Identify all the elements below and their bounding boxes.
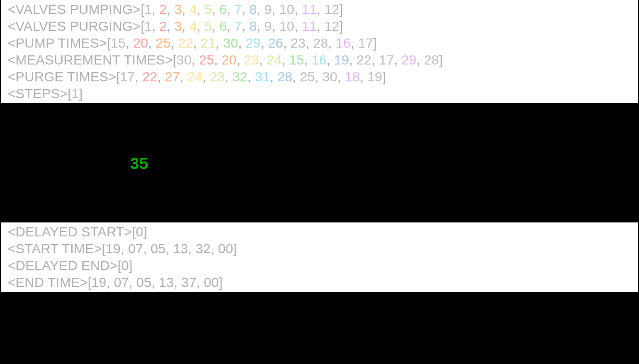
status-number: 35	[130, 153, 148, 174]
separator: ,	[261, 36, 268, 51]
list-purge-times: 17, 22, 27, 24, 23, 32, 31, 28, 25, 30, …	[120, 69, 382, 84]
separator: ,	[282, 52, 289, 67]
list-valves-pumping: 1, 2, 3, 4, 5, 6, 7, 8, 9, 10, 11, 12	[144, 2, 339, 17]
bracket-open: [	[141, 2, 144, 17]
list-item: 1	[144, 2, 152, 17]
separator: ,	[202, 69, 210, 84]
list-item: 12	[324, 19, 339, 34]
list-item: 17	[358, 36, 373, 51]
list-item: 30	[177, 52, 192, 67]
list-item: 6	[219, 19, 227, 34]
separator: ,	[294, 2, 302, 17]
list-item: 8	[249, 2, 257, 17]
tag-start-time: <START TIME>	[8, 241, 102, 256]
list-item: 22	[356, 52, 371, 67]
list-item: 28	[313, 36, 328, 51]
status-strip: 35	[0, 104, 639, 221]
tag-measurement-times: <MEASUREMENT TIMES>	[8, 52, 173, 67]
separator: ,	[212, 2, 220, 17]
separator: ,	[292, 69, 300, 84]
config-panel-bottom: <DELAYED START>[0] <START TIME>[19, 07, …	[0, 221, 639, 293]
separator: ,	[360, 69, 367, 84]
separator: ,	[170, 36, 178, 51]
list-item: 29	[402, 52, 417, 67]
list-item: 31	[255, 69, 270, 84]
list-item: 12	[324, 2, 339, 17]
list-item: 23	[244, 52, 259, 67]
list-item: 11	[302, 19, 317, 34]
bracket-close: ]	[382, 69, 386, 84]
list-item: 5	[204, 19, 212, 34]
separator: ,	[167, 2, 174, 17]
bracket-open: [	[141, 19, 144, 34]
separator: ,	[167, 19, 174, 34]
list-item: 25	[300, 69, 315, 84]
separator: ,	[225, 69, 233, 84]
list-item: 9	[264, 2, 272, 17]
list-item: 19	[334, 52, 349, 67]
separator: ,	[182, 2, 190, 17]
list-item: 18	[345, 69, 360, 84]
row-start-time: <START TIME>[19, 07, 05, 13, 32, 00]	[8, 240, 631, 257]
list-item: 6	[219, 2, 227, 17]
value-delayed-start: [0]	[132, 224, 147, 239]
list-item: 8	[249, 19, 257, 34]
steps-value: 1	[71, 86, 79, 101]
separator: ,	[257, 2, 264, 17]
separator: ,	[197, 19, 205, 34]
list-item: 25	[199, 52, 214, 67]
bracket-open: [	[173, 52, 177, 67]
row-pump-times: <PUMP TIMES>[15, 20, 25, 22, 21, 30, 29,…	[8, 35, 631, 52]
value-end-time: [19, 07, 05, 13, 37, 00]	[88, 275, 222, 290]
list-item: 3	[174, 19, 182, 34]
separator: ,	[351, 36, 358, 51]
separator: ,	[394, 52, 402, 67]
list-measurement-times: 30, 25, 20, 23, 24, 15, 16, 19, 22, 17, …	[177, 52, 439, 67]
row-measurement-times: <MEASUREMENT TIMES>[30, 25, 20, 23, 24, …	[8, 52, 631, 68]
separator: ,	[304, 52, 312, 67]
list-item: 10	[279, 19, 294, 34]
tag-delayed-start: <DELAYED START>	[8, 224, 132, 239]
list-item: 3	[174, 2, 182, 17]
separator: ,	[148, 36, 156, 51]
list-item: 4	[189, 2, 197, 17]
value-start-time: [19, 07, 05, 13, 32, 00]	[102, 241, 237, 256]
separator: ,	[317, 2, 325, 17]
separator: ,	[259, 52, 267, 67]
separator: ,	[238, 36, 246, 51]
separator: ,	[236, 52, 244, 67]
row-delayed-start: <DELAYED START>[0]	[8, 223, 631, 240]
list-item: 16	[336, 36, 351, 51]
list-item: 28	[424, 52, 439, 67]
list-item: 24	[187, 69, 202, 84]
separator: ,	[214, 52, 222, 67]
separator: ,	[372, 52, 379, 67]
separator: ,	[180, 69, 187, 84]
row-steps: <STEPS>[1]	[8, 85, 631, 102]
separator: ,	[212, 19, 220, 34]
list-valves-purging: 1, 2, 3, 4, 5, 6, 7, 8, 9, 10, 11, 12	[144, 19, 339, 34]
list-item: 23	[210, 69, 225, 84]
list-item: 30	[223, 36, 238, 51]
list-item: 30	[322, 69, 337, 84]
row-delayed-end: <DELAYED END>[0]	[8, 257, 631, 274]
tag-steps: <STEPS>	[8, 86, 68, 101]
separator: ,	[326, 52, 334, 67]
bracket-close: ]	[439, 52, 443, 67]
separator: ,	[338, 69, 345, 84]
list-item: 15	[289, 52, 304, 67]
separator: ,	[192, 52, 199, 67]
bracket-open: [	[116, 69, 120, 84]
list-item: 26	[268, 36, 283, 51]
separator: ,	[227, 2, 235, 17]
list-item: 28	[277, 69, 292, 84]
separator: ,	[328, 36, 336, 51]
separator: ,	[242, 19, 249, 34]
tag-valves-pumping: <VALVES PUMPING>	[8, 2, 141, 17]
separator: ,	[182, 19, 190, 34]
row-valves-purging: <VALVES PURGING>[1, 2, 3, 4, 5, 6, 7, 8,…	[8, 18, 631, 35]
list-item: 21	[201, 36, 216, 51]
list-item: 16	[312, 52, 326, 67]
list-item: 10	[279, 2, 294, 17]
list-item: 20	[222, 52, 236, 67]
